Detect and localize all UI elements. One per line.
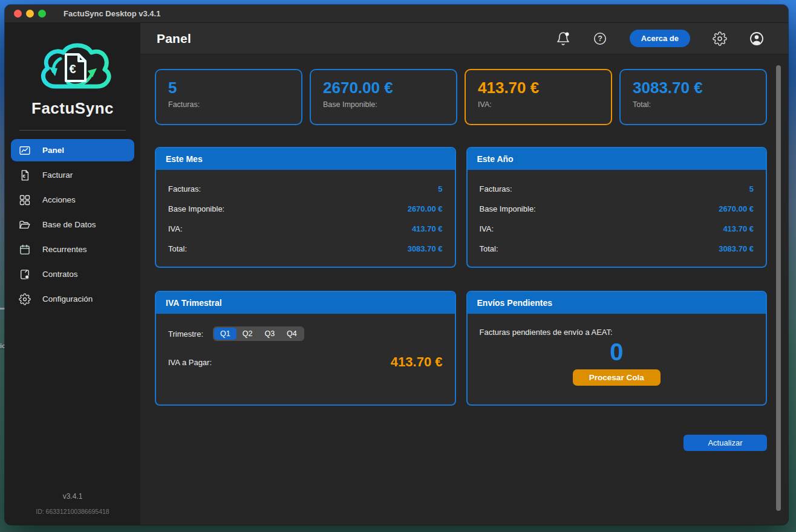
sidebar-nav: Panel € Facturar bbox=[5, 131, 140, 313]
stat-card-base-imponible: 2670.00 € Base Imponible: bbox=[310, 69, 457, 125]
summary-row: Base Imponible: 2670.00 € bbox=[168, 199, 443, 219]
sidebar-item-facturar[interactable]: € Facturar bbox=[11, 164, 134, 186]
calendar-icon bbox=[19, 244, 31, 256]
summary-row: Total: 3083.70 € bbox=[480, 239, 754, 259]
panel-iva-trimestral: IVA Trimestral Trimestre: Q1 Q2 Q3 Q4 bbox=[155, 291, 456, 406]
sidebar-footer: v3.4.1 ID: 663312100386695418 bbox=[5, 492, 140, 515]
pending-message: Facturas pendientes de envío a AEAT: bbox=[480, 328, 754, 337]
row-label: Base Imponible: bbox=[168, 204, 224, 213]
window-title: FactuSync Desktop v3.4.1 bbox=[64, 9, 160, 18]
stat-card-total: 3083.70 € Total: bbox=[619, 69, 767, 125]
row-value: 5 bbox=[749, 184, 754, 193]
trimestre-label: Trimestre: bbox=[168, 329, 203, 339]
sidebar-item-contratos[interactable]: Contratos bbox=[11, 263, 134, 285]
stat-value: 3083.70 € bbox=[633, 79, 754, 96]
row-label: Base Imponible: bbox=[480, 204, 536, 213]
quarter-segment-q2[interactable]: Q2 bbox=[237, 328, 259, 340]
row-label: IVA: bbox=[480, 224, 494, 233]
scrollbar-thumb[interactable] bbox=[776, 65, 781, 511]
bell-icon[interactable] bbox=[556, 31, 570, 46]
panel-title: IVA Trimestral bbox=[156, 292, 455, 314]
sidebar-item-base-de-datos[interactable]: Base de Datos bbox=[11, 213, 134, 236]
summary-row: Base Imponible: 2670.00 € bbox=[480, 199, 754, 219]
panel-title: Envíos Pendientes bbox=[468, 292, 766, 314]
quarter-segment-q1[interactable]: Q1 bbox=[214, 328, 237, 340]
sidebar-item-label: Recurrentes bbox=[42, 245, 87, 254]
sidebar-item-label: Configuración bbox=[42, 294, 93, 303]
main-header: Panel ? Ace bbox=[140, 23, 788, 54]
svg-text:?: ? bbox=[598, 34, 602, 43]
app-id: ID: 663312100386695418 bbox=[5, 508, 140, 515]
summary-row: IVA: 413.70 € bbox=[480, 219, 754, 239]
summary-row: Total: 3083.70 € bbox=[168, 239, 443, 259]
stats-row: 5 Facturas: 2670.00 € Base Imponible: 41… bbox=[155, 69, 767, 125]
stat-value: 2670.00 € bbox=[323, 79, 444, 96]
app-window: FactuSync Desktop v3.4.1 bbox=[5, 5, 788, 525]
grid-icon bbox=[19, 194, 31, 206]
sidebar-item-label: Acciones bbox=[42, 195, 76, 204]
sidebar-item-recurrentes[interactable]: Recurrentes bbox=[11, 238, 134, 261]
app-version: v3.4.1 bbox=[5, 492, 140, 501]
account-icon[interactable] bbox=[749, 31, 764, 46]
sidebar: € FactuSync Panel bbox=[5, 23, 140, 525]
contract-icon bbox=[19, 268, 31, 281]
procesar-cola-button[interactable]: Procesar Cola bbox=[573, 369, 661, 386]
sidebar-item-panel[interactable]: Panel bbox=[11, 139, 134, 161]
summary-row: IVA: 413.70 € bbox=[168, 219, 443, 239]
dashboard-content: 5 Facturas: 2670.00 € Base Imponible: 41… bbox=[140, 54, 788, 525]
close-window-button[interactable] bbox=[14, 10, 22, 18]
summary-row: Facturas: 5 bbox=[168, 179, 443, 199]
stat-card-iva: 413.70 € IVA: bbox=[465, 69, 612, 125]
about-button[interactable]: Acerca de bbox=[630, 30, 690, 47]
quarter-segment-q4[interactable]: Q4 bbox=[281, 328, 303, 340]
gear-icon[interactable] bbox=[713, 31, 727, 46]
iva-a-pagar-value: 413.70 € bbox=[391, 354, 443, 370]
gear-icon bbox=[19, 293, 31, 305]
row-value: 2670.00 € bbox=[408, 204, 443, 213]
sidebar-item-label: Contratos bbox=[42, 270, 78, 279]
row-label: Facturas: bbox=[480, 184, 512, 193]
row-value: 5 bbox=[438, 184, 442, 193]
row-value: 413.70 € bbox=[723, 224, 754, 233]
stat-label: Base Imponible: bbox=[323, 100, 444, 109]
panel-envios-pendientes: Envíos Pendientes Facturas pendientes de… bbox=[466, 291, 768, 406]
summary-panels: Este Mes Facturas: 5 Base Imponible: 267… bbox=[155, 147, 767, 268]
row-label: Total: bbox=[168, 244, 187, 253]
iva-a-pagar-label: IVA a Pagar: bbox=[168, 358, 212, 367]
row-value: 3083.70 € bbox=[408, 244, 443, 253]
page-title: Panel bbox=[157, 31, 191, 46]
panel-este-ano: Este Año Facturas: 5 Base Imponible: 267… bbox=[466, 147, 768, 268]
chart-icon bbox=[19, 144, 31, 157]
stat-label: IVA: bbox=[478, 100, 599, 109]
pending-count: 0 bbox=[480, 339, 754, 365]
sidebar-item-label: Panel bbox=[42, 146, 64, 155]
row-label: IVA: bbox=[168, 224, 183, 233]
quarter-segment-q3[interactable]: Q3 bbox=[258, 328, 281, 340]
row-label: Facturas: bbox=[168, 184, 201, 193]
panel-title: Este Año bbox=[468, 148, 766, 170]
svg-text:€: € bbox=[23, 173, 26, 178]
stat-label: Total: bbox=[633, 100, 754, 109]
sidebar-item-acciones[interactable]: Acciones bbox=[11, 189, 134, 211]
brand-name: FactuSync bbox=[31, 99, 114, 118]
titlebar: FactuSync Desktop v3.4.1 bbox=[5, 5, 788, 23]
folder-icon bbox=[19, 219, 31, 231]
svg-text:€: € bbox=[69, 62, 76, 76]
stat-card-facturas: 5 Facturas: bbox=[155, 69, 302, 125]
maximize-window-button[interactable] bbox=[38, 10, 46, 18]
summary-row: Facturas: 5 bbox=[480, 179, 754, 199]
sidebar-item-configuracion[interactable]: Configuración bbox=[11, 288, 134, 310]
bottom-panels: IVA Trimestral Trimestre: Q1 Q2 Q3 Q4 bbox=[155, 291, 767, 406]
help-icon[interactable]: ? bbox=[593, 31, 607, 46]
minimize-window-button[interactable] bbox=[26, 10, 34, 18]
app-logo-cloud-sync-icon: € bbox=[33, 39, 113, 98]
invoice-icon: € bbox=[19, 169, 31, 181]
panel-este-mes: Este Mes Facturas: 5 Base Imponible: 267… bbox=[155, 147, 456, 268]
actualizar-button[interactable]: Actualizar bbox=[683, 435, 767, 451]
row-value: 413.70 € bbox=[412, 224, 443, 233]
stat-value: 5 bbox=[168, 79, 289, 96]
stat-value: 413.70 € bbox=[478, 79, 599, 96]
panel-title: Este Mes bbox=[156, 148, 455, 170]
row-value: 2670.00 € bbox=[719, 204, 754, 213]
main-area: Panel ? Ace bbox=[140, 23, 788, 525]
